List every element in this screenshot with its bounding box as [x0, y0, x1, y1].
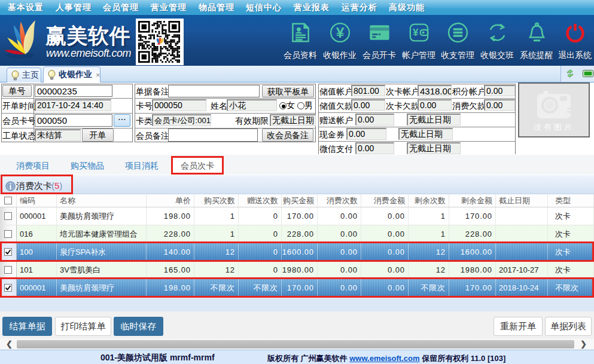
svg-text:¥: ¥ [336, 25, 344, 41]
svg-text:¥: ¥ [412, 27, 418, 38]
